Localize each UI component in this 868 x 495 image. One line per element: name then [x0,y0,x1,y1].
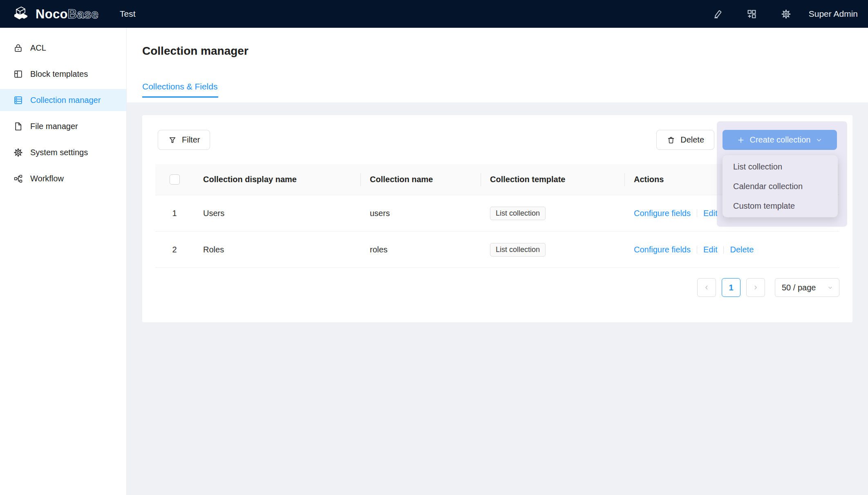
menu-item-custom-template[interactable]: Custom template [723,196,838,216]
file-icon [13,121,23,132]
highlight-icon[interactable] [712,9,723,20]
body: ACL Block templates Collection manager [0,28,868,495]
sidebar-item-label: File manager [30,122,78,131]
brand-bold: Noco [36,8,68,20]
cell-actions: Configure fields Edit Delete [624,245,839,254]
chevron-right-icon [752,284,759,291]
row-index: 1 [155,209,194,218]
cell-display-name: Roles [194,245,360,254]
sidebar-item-system-settings[interactable]: System settings [0,141,126,163]
sidebar-item-block-templates[interactable]: Block templates [0,63,126,85]
collections-card: Filter Delete [142,115,852,322]
template-tag: List collection [490,207,546,220]
layout-icon [13,69,23,79]
tab-collections-and-fields[interactable]: Collections & Fields [142,81,218,98]
delete-button-label: Delete [680,135,704,145]
chevron-left-icon [703,284,710,291]
sidebar-item-file-manager[interactable]: File manager [0,115,126,137]
cell-template: List collection [481,207,624,220]
create-collection-label: Create collection [750,135,811,145]
configure-fields-link[interactable]: Configure fields [634,209,691,218]
create-collection-dropdown: List collection Calendar collection Cust… [723,155,838,217]
configure-fields-link[interactable]: Configure fields [634,245,691,254]
edit-link[interactable]: Edit [703,245,717,254]
select-all-cell [155,174,194,185]
nocobase-cube-icon [11,5,30,22]
user-menu[interactable]: Super Admin [809,9,858,19]
create-collection-button[interactable]: Create collection [723,130,837,150]
page-title: Collection manager [142,44,868,58]
chevron-down-icon [815,136,823,144]
sidebar: ACL Block templates Collection manager [0,28,127,495]
database-icon [13,95,23,105]
topbar-icons [712,9,792,20]
nocobase-logo[interactable]: Noco Base [11,5,98,22]
cell-display-name: Users [194,209,360,218]
chevron-down-icon [827,285,833,291]
menu-item-list-collection[interactable]: List collection [723,157,838,176]
pagination: 1 50 / page [142,278,839,297]
tab-bar: Collections & Fields [142,81,868,98]
sidebar-item-label: Collection manager [30,96,101,105]
pagination-next-button[interactable] [746,278,765,297]
row-actions: Configure fields Edit Delete [634,245,754,254]
brand-text: Noco Base [36,8,98,20]
appstore-add-icon[interactable] [746,9,757,20]
column-header-template: Collection template [481,175,624,184]
page-size-select[interactable]: 50 / page [775,278,839,297]
table-row-roles: 2 Roles roles List collection Configure … [155,232,839,268]
filter-button[interactable]: Filter [158,130,210,150]
sidebar-item-collection-manager[interactable]: Collection manager [0,89,126,111]
sidebar-item-label: ACL [30,43,46,53]
action-divider [723,246,724,254]
sidebar-item-label: Workflow [30,174,64,183]
content-area: Filter Delete [127,103,868,495]
partition-icon [13,174,23,184]
cell-name: roles [360,245,481,254]
top-nav-item-test[interactable]: Test [120,9,136,19]
row-index: 2 [155,245,194,254]
sidebar-item-acl[interactable]: ACL [0,37,126,59]
sidebar-item-workflow[interactable]: Workflow [0,167,126,190]
sidebar-item-label: Block templates [30,69,88,79]
filter-button-label: Filter [182,135,200,145]
setting-icon [13,147,23,158]
column-header-name: Collection name [360,175,481,184]
delete-button[interactable]: Delete [656,130,714,150]
brand-light: Base [68,8,98,20]
main-area: Collection manager Collections & Fields … [127,28,868,495]
delete-link[interactable]: Delete [730,245,754,254]
sidebar-item-label: System settings [30,148,88,157]
settings-gear-icon[interactable] [781,9,792,20]
trash-icon [667,136,676,145]
lock-icon [13,43,23,53]
top-bar: Noco Base Test [0,0,868,28]
pagination-prev-button[interactable] [697,278,716,297]
action-divider [697,246,697,254]
template-tag: List collection [490,243,546,256]
pagination-page-1[interactable]: 1 [722,278,740,297]
menu-item-calendar-collection[interactable]: Calendar collection [723,176,838,196]
cell-template: List collection [481,243,624,256]
plus-icon [737,136,745,144]
select-all-checkbox[interactable] [170,174,180,185]
card-toolbar: Filter Delete [142,115,852,150]
app-window: Noco Base Test [0,0,868,495]
action-divider [697,210,697,217]
page-size-value: 50 / page [782,283,816,292]
page-header: Collection manager Collections & Fields [127,28,868,103]
column-header-display-name: Collection display name [194,175,360,184]
edit-link[interactable]: Edit [703,209,717,218]
cell-name: users [360,209,481,218]
filter-funnel-icon [168,136,177,145]
